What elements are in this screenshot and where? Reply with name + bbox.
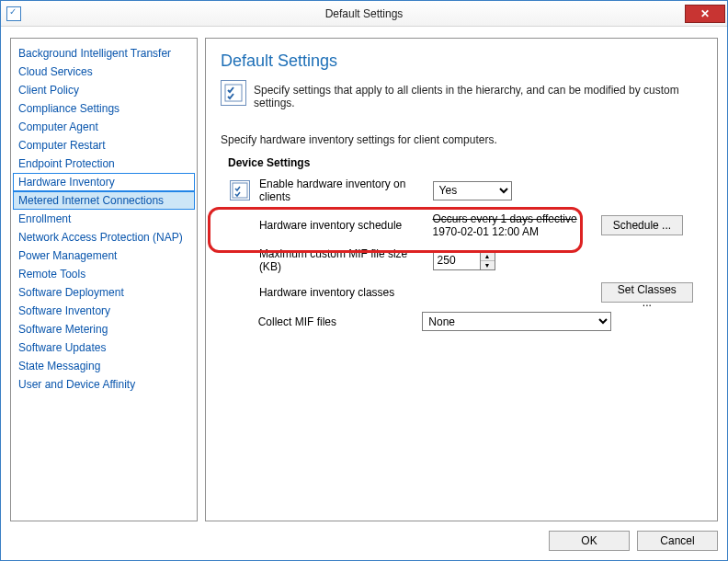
sidebar-item[interactable]: Background Intelligent Transfer: [13, 44, 195, 63]
sidebar-item[interactable]: User and Device Affinity: [13, 375, 195, 394]
schedule-line1: Occurs every 1 days effective: [433, 212, 592, 225]
sidebar-item[interactable]: Remote Tools: [13, 265, 195, 283]
schedule-button[interactable]: Schedule ...: [601, 215, 683, 235]
sidebar-item[interactable]: State Messaging: [13, 357, 195, 375]
svg-rect-0: [225, 85, 242, 101]
sidebar-item[interactable]: Metered Internet Connections: [13, 191, 195, 210]
max-mif-input[interactable]: [434, 252, 480, 269]
sidebar-item[interactable]: Software Inventory: [13, 302, 195, 320]
classes-label: Hardware inventory classes: [259, 286, 424, 299]
settings-category-list: Background Intelligent TransferCloud Ser…: [10, 38, 198, 521]
row-collect: Collect MIF files None: [230, 312, 693, 331]
settings-icon: [221, 80, 246, 106]
columns: Background Intelligent TransferCloud Ser…: [10, 38, 718, 521]
set-classes-button[interactable]: Set Classes ...: [601, 282, 693, 303]
sidebar-item[interactable]: Network Access Protection (NAP): [13, 228, 195, 246]
intro-row: Specify settings that apply to all clien…: [221, 80, 702, 109]
sidebar-item[interactable]: Software Deployment: [13, 283, 195, 302]
row-enable: Enable hardware inventory on clients Yes…: [230, 177, 693, 203]
dialog-button-bar: OK Cancel: [10, 521, 718, 551]
collect-label: Collect MIF files: [258, 315, 414, 328]
titlebar: Default Settings ✕: [1, 1, 727, 27]
ok-button[interactable]: OK: [549, 531, 630, 551]
enable-label: Enable hardware inventory on clients: [259, 177, 424, 203]
row-schedule: Hardware inventory schedule Occurs every…: [230, 212, 693, 238]
sidebar-item[interactable]: Power Management: [13, 246, 195, 265]
max-mif-spinner[interactable]: ▲ ▼: [433, 251, 495, 270]
page-title: Default Settings: [221, 52, 702, 71]
schedule-value: Occurs every 1 days effective 1970-02-01…: [433, 212, 592, 238]
spinner-down-icon[interactable]: ▼: [481, 261, 495, 269]
sidebar-item[interactable]: Endpoint Protection: [13, 155, 195, 173]
intro-text: Specify settings that apply to all clien…: [254, 80, 702, 109]
sidebar-item[interactable]: Compliance Settings: [13, 99, 195, 118]
sidebar-item[interactable]: Software Updates: [13, 338, 195, 357]
section-description: Specify hardware inventory settings for …: [221, 133, 702, 146]
sidebar-item[interactable]: Client Policy: [13, 81, 195, 99]
enable-select[interactable]: YesNo: [433, 181, 512, 200]
sidebar-item[interactable]: Hardware Inventory: [13, 173, 195, 191]
row-classes: Hardware inventory classes Set Classes .…: [230, 282, 693, 303]
client-area: Background Intelligent TransferCloud Ser…: [1, 27, 727, 560]
group-title: Device Settings: [226, 156, 312, 169]
device-settings-group: Device Settings: [221, 165, 702, 346]
sidebar-item[interactable]: Enrollment: [13, 210, 195, 228]
sidebar-item[interactable]: Software Metering: [13, 320, 195, 338]
collect-select[interactable]: None: [422, 312, 611, 331]
cancel-button[interactable]: Cancel: [637, 531, 718, 551]
window-frame: Default Settings ✕ Background Intelligen…: [0, 0, 728, 561]
max-mif-label: Maximum custom MIF file size (KB): [259, 247, 424, 273]
schedule-line2: 1970-02-01 12:00 AM: [433, 225, 592, 238]
checklist-icon: [230, 180, 250, 200]
sidebar-item[interactable]: Computer Agent: [13, 118, 195, 136]
sidebar-item[interactable]: Cloud Services: [13, 63, 195, 81]
settings-detail-panel: Default Settings Specify settings that a…: [205, 38, 718, 521]
schedule-label: Hardware inventory schedule: [259, 219, 424, 232]
svg-rect-1: [233, 183, 247, 198]
spinner-up-icon[interactable]: ▲: [481, 252, 495, 261]
row-max-mif: Maximum custom MIF file size (KB) ▲ ▼: [230, 247, 693, 273]
sidebar-item[interactable]: Computer Restart: [13, 136, 195, 155]
window-title: Default Settings: [1, 7, 727, 20]
